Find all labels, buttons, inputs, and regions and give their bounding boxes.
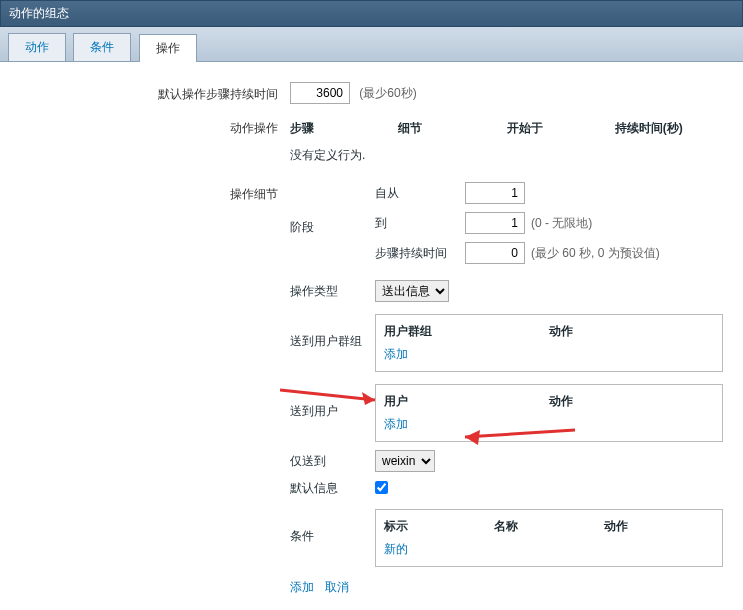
hint-step-duration: (最少 60 秒, 0 为预设值) xyxy=(531,245,660,262)
label-default-duration: 默认操作步骤持续时间 xyxy=(20,82,290,103)
dialog-title: 动作的组态 xyxy=(9,6,69,20)
th-action-c: 动作 xyxy=(604,518,714,535)
box-send-user: 用户 动作 添加 xyxy=(375,384,723,442)
select-only-send[interactable]: weixin xyxy=(375,450,435,472)
th-step: 步骤 xyxy=(290,120,398,137)
link-add-group[interactable]: 添加 xyxy=(384,347,408,361)
label-only-send: 仅送到 xyxy=(290,453,375,470)
th-action-u: 动作 xyxy=(549,393,714,410)
action-ops-empty: 没有定义行为. xyxy=(290,141,723,170)
tab-bar: 动作 条件 操作 xyxy=(0,27,743,62)
label-send-group: 送到用户群组 xyxy=(290,333,375,350)
checkbox-default-msg[interactable] xyxy=(375,481,388,494)
th-name: 名称 xyxy=(494,518,604,535)
label-action-ops: 动作操作 xyxy=(20,116,290,137)
label-to: 到 xyxy=(375,215,465,232)
link-new-condition[interactable]: 新的 xyxy=(384,542,408,556)
th-user: 用户 xyxy=(384,393,549,410)
input-from[interactable] xyxy=(465,182,525,204)
th-mark: 标示 xyxy=(384,518,494,535)
label-from: 自从 xyxy=(375,185,465,202)
input-to[interactable] xyxy=(465,212,525,234)
label-step-duration: 步骤持续时间 xyxy=(375,245,465,262)
select-op-type[interactable]: 送出信息 xyxy=(375,280,449,302)
th-usergroup: 用户群组 xyxy=(384,323,549,340)
link-detail-cancel[interactable]: 取消 xyxy=(325,580,349,594)
label-conditions: 条件 xyxy=(290,528,375,545)
label-default-msg: 默认信息 xyxy=(290,480,375,497)
label-detail: 操作细节 xyxy=(20,182,290,203)
form-area: 默认操作步骤持续时间 (最少60秒) 动作操作 步骤 细节 开始于 持续时间(秒… xyxy=(0,62,743,610)
th-detail: 细节 xyxy=(398,120,506,137)
label-stage: 阶段 xyxy=(290,219,375,236)
input-default-duration[interactable] xyxy=(290,82,350,104)
hint-to: (0 - 无限地) xyxy=(531,215,592,232)
input-step-duration[interactable] xyxy=(465,242,525,264)
label-op-type: 操作类型 xyxy=(290,283,375,300)
action-ops-headers: 步骤 细节 开始于 持续时间(秒) xyxy=(290,116,723,141)
box-send-group: 用户群组 动作 添加 xyxy=(375,314,723,372)
th-action-g: 动作 xyxy=(549,323,714,340)
th-duration: 持续时间(秒) xyxy=(615,120,723,137)
tab-action[interactable]: 动作 xyxy=(8,33,66,61)
dialog-header: 动作的组态 xyxy=(0,0,743,27)
box-conditions: 标示 名称 动作 新的 xyxy=(375,509,723,567)
link-add-user[interactable]: 添加 xyxy=(384,417,408,431)
label-send-user: 送到用户 xyxy=(290,403,375,420)
tab-condition[interactable]: 条件 xyxy=(73,33,131,61)
tab-operation[interactable]: 操作 xyxy=(139,34,197,62)
link-detail-add[interactable]: 添加 xyxy=(290,580,314,594)
hint-default-duration: (最少60秒) xyxy=(359,86,416,100)
th-start: 开始于 xyxy=(507,120,615,137)
